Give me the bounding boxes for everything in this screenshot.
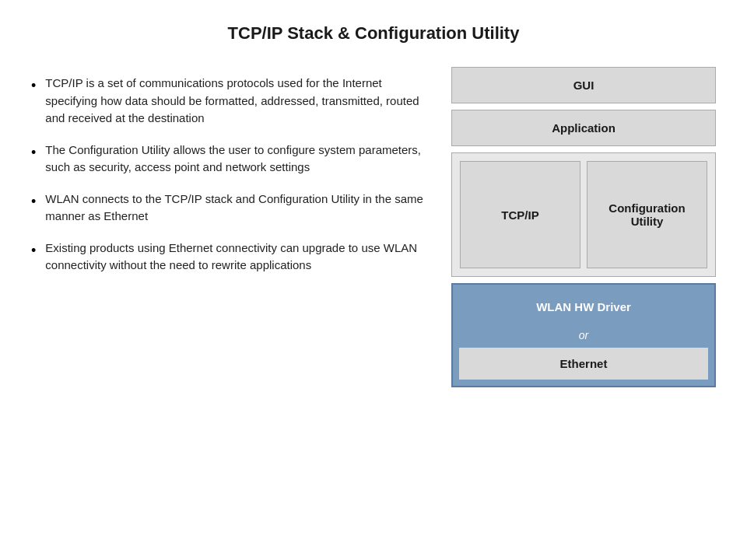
bullet-item-4: • Existing products using Ethernet conne…	[31, 240, 428, 275]
middle-row: TCP/IP Configuration Utility	[451, 152, 716, 277]
left-panel: • TCP/IP is a set of communications prot…	[31, 67, 428, 537]
page-title: TCP/IP Stack & Configuration Utility	[31, 23, 716, 44]
bullet-item-3: • WLAN connects to the TCP/IP stack and …	[31, 191, 428, 226]
bullet-text-4: Existing products using Ethernet connect…	[45, 240, 428, 275]
gui-box: GUI	[451, 67, 716, 103]
tcpip-box: TCP/IP	[460, 161, 580, 268]
bullet-text-3: WLAN connects to the TCP/IP stack and Co…	[45, 191, 428, 226]
ethernet-box: Ethernet	[459, 348, 708, 380]
bottom-section: WLAN HW Driver or Ethernet	[451, 283, 716, 387]
config-utility-box: Configuration Utility	[587, 161, 707, 268]
bullet-dot-4: •	[31, 241, 36, 261]
bullet-dot-1: •	[31, 76, 36, 96]
or-text: or	[459, 327, 708, 343]
content-area: • TCP/IP is a set of communications prot…	[31, 67, 716, 537]
bullet-dot-2: •	[31, 143, 36, 163]
page-container: TCP/IP Stack & Configuration Utility • T…	[0, 0, 747, 560]
bullet-dot-3: •	[31, 192, 36, 212]
wlan-hw-driver-box: WLAN HW Driver	[459, 291, 708, 323]
bullet-item-1: • TCP/IP is a set of communications prot…	[31, 75, 428, 128]
application-box: Application	[451, 110, 716, 146]
bullet-text-2: The Configuration Utility allows the use…	[45, 142, 428, 177]
right-panel: GUI Application TCP/IP Configuration Uti…	[451, 67, 716, 537]
bullet-item-2: • The Configuration Utility allows the u…	[31, 142, 428, 177]
bullet-text-1: TCP/IP is a set of communications protoc…	[45, 75, 428, 128]
